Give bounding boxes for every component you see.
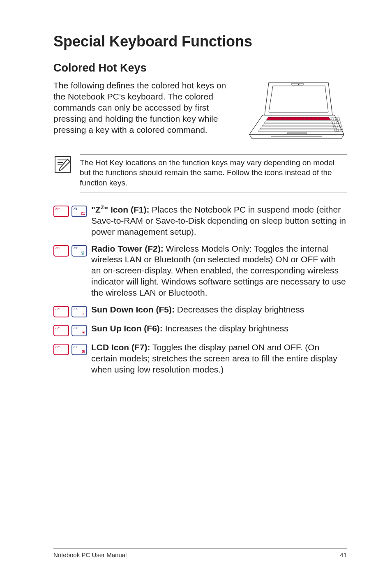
function-key-icon: F2📡 xyxy=(71,245,87,257)
note-text: The Hot Key locations on the function ke… xyxy=(80,158,347,188)
footer-manual-title: Notebook PC User Manual xyxy=(53,551,127,558)
fn-key-icon: Fn xyxy=(53,344,69,355)
svg-marker-9 xyxy=(258,129,339,132)
intro-row: The following defines the colored hot ke… xyxy=(53,80,347,142)
hotkey-description: LCD Icon (F7): Toggles the display panel… xyxy=(91,342,347,375)
hotkey-row: FnF2📡Radio Tower (F2): Wireless Models O… xyxy=(53,243,347,298)
svg-marker-7 xyxy=(262,123,335,126)
svg-marker-0 xyxy=(265,83,332,115)
hotkey-row: FnF1Zᴢ"ZZ" Icon (F1): Places the Noteboo… xyxy=(53,204,347,238)
hotkey-description: "ZZ" Icon (F1): Places the Notebook PC i… xyxy=(91,204,347,238)
note-block: The Hot Key locations on the function ke… xyxy=(53,154,347,192)
hotkey-row: FnF7⊠LCD Icon (F7): Toggles the display … xyxy=(53,342,347,375)
svg-rect-18 xyxy=(287,133,307,134)
laptop-illustration xyxy=(246,80,347,142)
hotkey-row: FnF5☼Sun Down Icon (F5): Decreases the d… xyxy=(53,304,347,317)
function-key-icon: F5☼ xyxy=(71,306,87,317)
section-heading: Colored Hot Keys xyxy=(53,62,347,74)
fn-key-icon: Fn xyxy=(53,325,69,336)
svg-marker-8 xyxy=(260,126,337,129)
hotkey-description: Radio Tower (F2): Wireless Models Only: … xyxy=(91,243,347,298)
footer-page-number: 41 xyxy=(340,551,347,558)
intro-text: The following defines the colored hot ke… xyxy=(53,80,238,135)
svg-line-13 xyxy=(337,117,341,132)
svg-marker-5 xyxy=(266,117,331,120)
svg-marker-1 xyxy=(269,86,328,112)
svg-marker-6 xyxy=(264,120,333,123)
fn-key-icon: Fn xyxy=(53,245,69,257)
function-key-icon: F1Zᴢ xyxy=(71,206,87,217)
hotkey-row: FnF6☀Sun Up Icon (F6): Increases the dis… xyxy=(53,323,347,336)
svg-line-12 xyxy=(335,117,339,132)
svg-rect-2 xyxy=(291,83,304,85)
keycap-group: FnF2📡 xyxy=(53,245,91,257)
page-title: Special Keyboard Functions xyxy=(53,33,347,50)
hotkey-description: Sun Up Icon (F6): Increases the display … xyxy=(91,323,347,334)
page-footer: Notebook PC User Manual 41 xyxy=(53,548,347,558)
function-key-icon: F6☀ xyxy=(71,325,87,336)
hotkey-description: Sun Down Icon (F5): Decreases the displa… xyxy=(91,304,347,315)
keycap-group: FnF1Zᴢ xyxy=(53,206,91,217)
fn-key-icon: Fn xyxy=(53,206,69,217)
function-key-icon: F7⊠ xyxy=(71,344,87,355)
svg-point-3 xyxy=(298,84,300,85)
keycap-group: FnF6☀ xyxy=(53,325,91,336)
keycap-group: FnF5☼ xyxy=(53,306,91,317)
keycap-group: FnF7⊠ xyxy=(53,344,91,355)
note-sheet-pencil-icon xyxy=(53,155,72,174)
fn-key-icon: Fn xyxy=(53,306,69,317)
